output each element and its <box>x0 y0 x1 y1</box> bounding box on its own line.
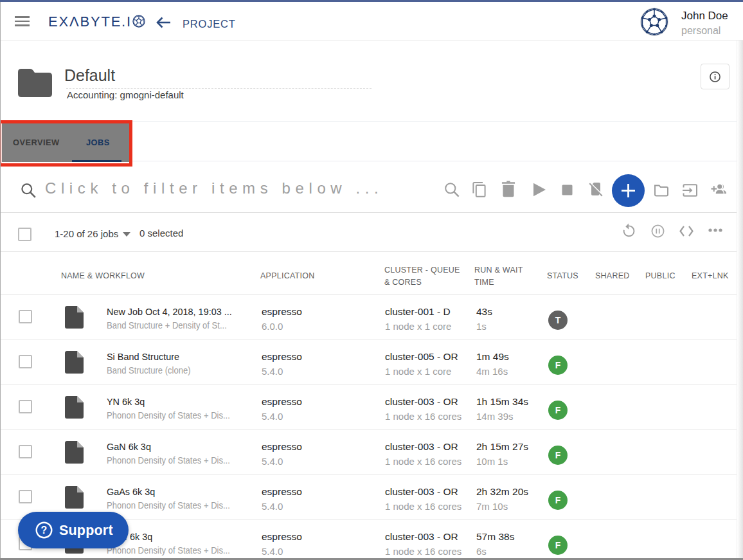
svg-text:?: ? <box>41 525 48 536</box>
